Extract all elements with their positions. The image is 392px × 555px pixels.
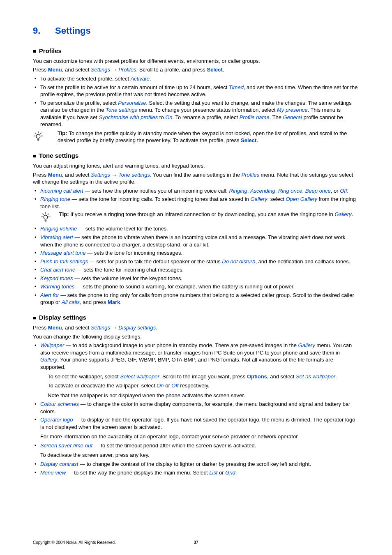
svg-line-10 (48, 214, 49, 215)
svg-line-9 (42, 214, 44, 215)
tip-icon (40, 211, 59, 224)
list-item: Keypad tones — sets the volume level for… (40, 275, 359, 282)
svg-point-13 (44, 215, 48, 219)
chapter-heading: 9.Settings (33, 25, 359, 37)
tip-block: Tip: To change the profile quickly in st… (33, 130, 359, 144)
tip-text: Tip: If you receive a ringing tone throu… (59, 211, 359, 218)
list-item: Incoming call alert — sets how the phone… (40, 187, 359, 195)
page-container: 9.Settings Profiles You can customize to… (0, 0, 392, 555)
select-key: Select (207, 67, 222, 73)
sub-paragraph: For more information on the availability… (40, 433, 359, 440)
profiles-press: Press Menu, and select Settings → Profil… (33, 66, 359, 74)
display-list: Wallpaper — to add a background image to… (33, 342, 359, 476)
page-number: 37 (194, 540, 198, 546)
tip-block: Tip: If you receive a ringing tone throu… (40, 211, 359, 224)
tone-press: Press Menu, and select Settings → Tone s… (33, 171, 359, 186)
display-press: Press Menu, and select Settings → Displa… (33, 324, 359, 332)
tip-text: Tip: To change the profile quickly in st… (58, 130, 359, 144)
list-item: Screen saver time-out — to set the timeo… (40, 442, 359, 459)
list-item: Display contrast — to change the contras… (40, 461, 359, 468)
list-item: Alert for — sets the phone to ring only … (40, 292, 359, 306)
sub-paragraph: Note that the wallpaper is not displayed… (48, 392, 359, 399)
page-footer: Copyright © 2004 Nokia. All Rights Reser… (33, 540, 359, 546)
copyright: Copyright © 2004 Nokia. All Rights Reser… (33, 540, 116, 546)
section-profiles-heading: Profiles (33, 47, 359, 55)
tip-icon (33, 130, 58, 143)
svg-point-5 (36, 134, 40, 138)
list-item: Warning tones — sets the phone to sound … (40, 283, 359, 290)
chapter-title: Settings (55, 25, 91, 36)
list-item: Chat alert tone — sets the tone for inco… (40, 266, 359, 274)
list-item: Push to talk settings — sets for push to… (40, 258, 359, 265)
list-item: Message alert tone — sets the tone for i… (40, 249, 359, 257)
list-item: Ringing tone — sets the tone for incomin… (40, 196, 359, 224)
section-tone-heading: Tone settings (33, 152, 359, 160)
section-display-heading: Display settings (33, 313, 359, 322)
profiles-list: To activate the selected profile, select… (33, 75, 359, 128)
display-intro: You can change the following display set… (33, 333, 359, 341)
sub-paragraph: To deactivate the screen saver, press an… (40, 451, 359, 459)
tone-intro: You can adjust ringing tones, alert and … (33, 162, 359, 170)
sub-paragraph: To select the wallpaper, select Select w… (48, 373, 359, 380)
sub-paragraph: To activate or deactivate the wallpaper,… (48, 382, 359, 389)
list-item: Colour schemes — to change the color in … (40, 401, 359, 415)
list-item: To activate the selected profile, select… (40, 75, 359, 83)
tone-list: Incoming call alert — sets how the phone… (33, 187, 359, 306)
list-item: To personalize the profile, select Perso… (40, 99, 359, 128)
list-item: Menu view — to set the way the phone dis… (40, 469, 359, 477)
chapter-number: 9. (33, 25, 55, 37)
profiles-intro: You can customize tones with preset prof… (33, 58, 359, 65)
list-item: Operator logo — to display or hide the o… (40, 416, 359, 440)
list-item: Wallpaper — to add a background image to… (40, 342, 359, 399)
menu-key: Menu (48, 67, 62, 73)
svg-line-2 (40, 133, 42, 134)
list-item: To set the profile to be active for a ce… (40, 84, 359, 98)
list-item: Vibrating alert — sets the phone to vibr… (40, 234, 359, 248)
svg-line-1 (35, 133, 36, 134)
list-item: Ringing volume — sets the volume level f… (40, 225, 359, 233)
